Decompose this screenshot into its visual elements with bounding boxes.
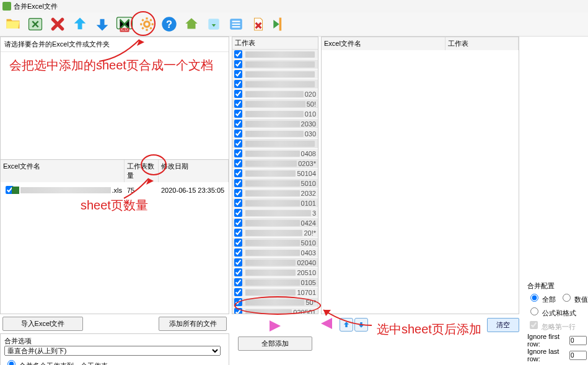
sheet-checkbox[interactable]	[234, 209, 242, 217]
list-item[interactable]: 3	[232, 208, 318, 218]
merge-to-xlsx-button[interactable]: XLSX	[114, 14, 135, 35]
home-button[interactable]	[181, 14, 202, 35]
list-item[interactable]: 0403	[232, 248, 318, 257]
sheet-checkbox[interactable]	[234, 308, 242, 314]
list-item[interactable]: 020	[232, 89, 318, 99]
sheet-checkbox[interactable]	[234, 229, 242, 237]
sheet-checkbox[interactable]	[234, 219, 242, 227]
table-row[interactable]: .xls 75 2020-06-15 23:35:05	[1, 182, 229, 198]
sheet-checkbox[interactable]	[234, 80, 242, 88]
add-all-sheets-button[interactable]: 全部添加	[238, 336, 312, 351]
remove-button[interactable]	[47, 14, 68, 35]
sheet-checkbox[interactable]	[234, 179, 242, 187]
list-item[interactable]: 020501	[232, 307, 318, 314]
list-item[interactable]: 50*	[232, 297, 318, 307]
list-item[interactable]: 0424	[232, 218, 318, 227]
folder-area[interactable]	[1, 52, 229, 159]
list-item[interactable]: 20510	[232, 268, 318, 277]
file-icon	[12, 187, 19, 194]
radio-formula[interactable]: 公式和格式	[527, 306, 587, 318]
download-button[interactable]	[203, 14, 224, 35]
sheet-name-blurred	[245, 81, 315, 87]
sheet-checkbox[interactable]	[234, 239, 242, 247]
sheet-name-blurred	[245, 51, 315, 58]
title-bar: 合并Excel文件	[0, 0, 588, 12]
sheet-name-blurred	[245, 71, 315, 77]
list-item[interactable]	[232, 139, 318, 148]
sheet-checkbox[interactable]	[234, 278, 242, 286]
list-item[interactable]: 50104	[232, 169, 318, 178]
sheet-checkbox[interactable]	[234, 149, 242, 157]
back-button[interactable]	[270, 14, 291, 35]
left-column: 请选择要合并的Excel文件或文件夹 Excel文件名 工作表数量 修改日期 .…	[0, 37, 229, 314]
list-item[interactable]: 2030	[232, 119, 318, 128]
import-excel-button[interactable]	[25, 14, 46, 35]
sheet-checkbox[interactable]	[234, 268, 242, 276]
sheet-checkbox[interactable]	[234, 258, 242, 266]
sheet-checkbox[interactable]	[234, 248, 242, 257]
sheet-tail: 0403	[301, 249, 316, 257]
sheet-checkbox[interactable]	[234, 110, 242, 118]
arrow-remove-icon[interactable]	[321, 318, 332, 329]
list-item[interactable]: 0105	[232, 278, 318, 287]
list-button[interactable]	[226, 14, 247, 35]
settings-button[interactable]	[136, 14, 157, 35]
col-filename: Excel文件名	[1, 160, 125, 182]
merge-direction-select[interactable]: 垂直合并(从上到下)	[4, 346, 221, 356]
sheet-name-blurred	[245, 289, 296, 296]
sheet-checkbox[interactable]	[234, 199, 242, 207]
sheet-checkbox[interactable]	[234, 189, 242, 197]
help-button[interactable]: ?	[159, 14, 180, 35]
move-down-small-button[interactable]	[354, 318, 368, 332]
sheet-checkbox[interactable]	[234, 50, 242, 58]
list-item[interactable]	[232, 59, 318, 69]
list-item[interactable]: 010	[232, 109, 318, 118]
delete-file-button[interactable]	[248, 14, 269, 35]
move-up-button[interactable]	[69, 14, 90, 35]
radio-merge-to-sheet[interactable]: 合并多个工作表到一个工作表	[4, 358, 225, 365]
list-item[interactable]: 5010	[232, 178, 318, 188]
list-item[interactable]: 0101	[232, 198, 318, 208]
sheet-checkbox[interactable]	[234, 159, 242, 167]
ignore-last-input[interactable]	[569, 351, 587, 360]
arrow-add-icon[interactable]	[270, 320, 281, 332]
h-scrollbar[interactable]	[1, 305, 229, 314]
list-item[interactable]	[232, 50, 318, 59]
move-down-button[interactable]	[92, 14, 113, 35]
open-folder-button[interactable]	[2, 14, 24, 35]
radio-all[interactable]: 全部 数值	[527, 292, 587, 304]
list-item[interactable]: 0203*	[232, 159, 318, 168]
import-excel-file-button[interactable]: 导入Excel文件	[2, 317, 83, 331]
sheet-checkbox[interactable]	[234, 130, 242, 138]
sheet-checkbox[interactable]	[234, 169, 242, 177]
sheet-checkbox[interactable]	[234, 288, 242, 296]
sheet-checkbox[interactable]	[234, 60, 242, 68]
list-item[interactable]: 20!*	[232, 228, 318, 237]
ignore-first-row[interactable]: Ignore first row:	[527, 333, 587, 348]
list-item[interactable]: 10701	[232, 288, 318, 297]
ignore-first-input[interactable]	[569, 336, 587, 345]
sheet-list[interactable]: 020 50! 010 2030 030 0408 0203* 50104 50…	[232, 50, 318, 314]
list-item[interactable]: 0408	[232, 149, 318, 158]
move-up-small-button[interactable]	[340, 318, 353, 332]
list-item[interactable]: 02040	[232, 258, 318, 267]
col-mdate: 修改日期	[159, 160, 229, 182]
list-item[interactable]: 2032	[232, 188, 318, 198]
sheet-checkbox[interactable]	[234, 139, 242, 147]
sheet-checkbox[interactable]	[234, 90, 242, 98]
sheet-count-cell: 75	[125, 185, 159, 196]
list-item[interactable]: 5010	[232, 238, 318, 247]
clear-button[interactable]: 清空	[487, 318, 519, 332]
list-item[interactable]: 50!	[232, 99, 318, 108]
sheet-checkbox[interactable]	[234, 298, 242, 306]
list-item[interactable]	[232, 69, 318, 79]
list-item[interactable]	[232, 79, 318, 89]
right-list-area[interactable]	[322, 50, 519, 305]
list-item[interactable]: 030	[232, 129, 318, 138]
sheet-checkbox[interactable]	[234, 70, 242, 78]
ignore-last-row[interactable]: Ignore last row:	[527, 348, 587, 363]
sheet-checkbox[interactable]	[234, 120, 242, 128]
add-all-files-button[interactable]: 添加所有的文件	[159, 317, 227, 331]
sheet-checkbox[interactable]	[234, 100, 242, 108]
h-scrollbar-right[interactable]	[322, 305, 519, 314]
